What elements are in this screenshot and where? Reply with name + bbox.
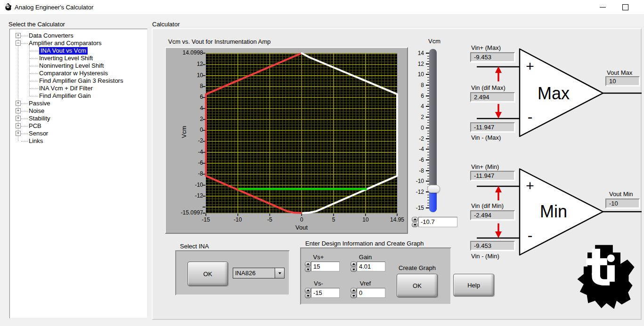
max-amp-plus-sign: + <box>523 58 537 74</box>
vref-input[interactable]: 0 <box>357 288 385 298</box>
tree-connector-stub <box>30 88 38 89</box>
select-ina-ok-button[interactable]: OK <box>187 262 228 286</box>
vin-dif-max-label: Vin (dif Max) <box>471 84 505 91</box>
vs-plus-spinner[interactable] <box>305 262 311 272</box>
expand-plus-icon[interactable]: + <box>16 101 21 106</box>
vcm-slider-thumb[interactable] <box>427 185 440 193</box>
tree-item-inverting-level-shift[interactable]: Inverting Level Shift <box>10 55 147 62</box>
tree-connector-stub <box>21 43 28 44</box>
spinner-up-icon[interactable] <box>305 262 311 267</box>
tree-item-links[interactable]: Links <box>10 137 147 145</box>
red-arrow-up-icon <box>495 186 502 200</box>
maximize-button[interactable] <box>615 0 636 14</box>
gain-input[interactable]: 4.01 <box>357 262 385 271</box>
create-graph-label: Create Graph <box>395 264 440 271</box>
tree-item-sensor[interactable]: +Sensor <box>10 130 147 137</box>
tree-item-label: INA Vout vs Vcm <box>39 47 88 55</box>
expand-plus-icon[interactable]: + <box>16 108 21 113</box>
tree-item-noninverting-level-shift[interactable]: Noninverting Level Shift <box>10 62 147 70</box>
tree-item-stability[interactable]: +Stability <box>10 115 147 122</box>
slider-tick-label: 12 <box>408 61 424 67</box>
spinner-down-icon[interactable] <box>305 294 311 299</box>
spinner-up-icon[interactable] <box>351 288 357 293</box>
red-arrow-down-icon <box>495 104 502 119</box>
x-tick-label: 10 <box>354 216 377 223</box>
app-window: { "window": { "title": "Analog Engineer'… <box>0 0 644 326</box>
vin-minus-min-field: -9.453 <box>470 241 515 251</box>
slider-major-tick <box>426 74 429 75</box>
vs-plus-label: Vs+ <box>309 254 328 261</box>
app-ti-icon <box>4 3 12 11</box>
min-amp-name: Min <box>528 202 579 222</box>
tree-item-noise[interactable]: +Noise <box>10 107 147 115</box>
vcm-value-input[interactable]: -10.7 <box>418 217 457 227</box>
help-button[interactable]: Help <box>453 274 494 296</box>
vin-dif-max-field: 2.494 <box>470 92 515 102</box>
spinner-down-icon[interactable] <box>412 223 418 228</box>
vin-dif-min-field: -2.494 <box>470 210 515 220</box>
tree-connector-stub <box>30 58 38 59</box>
y-tick-label: 8 <box>168 83 203 89</box>
tree-item-amplifier-and-comparators[interactable]: −Amplifier and Comparators <box>10 40 147 47</box>
vcm-slider-fill <box>429 191 437 212</box>
slider-tick-label: -6 <box>408 157 424 163</box>
tree-item-find-amplifier-gain[interactable]: Find Amplifier Gain <box>10 92 147 100</box>
expand-plus-icon[interactable]: + <box>16 131 21 136</box>
spinner-up-icon[interactable] <box>351 262 357 267</box>
titlebar: Analog Engineer's Calculator <box>0 0 644 14</box>
tree-item-find-amplifier-gain-3-resistors[interactable]: Find Amplifier Gain 3 Resistors <box>10 77 147 85</box>
max-amp-minus-sign: - <box>523 108 537 126</box>
tree-item-passive[interactable]: +Passive <box>10 100 147 107</box>
vs-plus-input[interactable]: 15 <box>311 262 340 271</box>
vin-dif-min-label: Vin (dif Min) <box>471 202 504 209</box>
tree-item-ina-vcm-dif-filter[interactable]: INA Vcm + Dif Filter <box>10 85 147 92</box>
tree-connector-stub <box>21 126 28 127</box>
vs-minus-input[interactable]: -15 <box>311 288 340 298</box>
x-tick-label: 14.95 <box>385 216 409 223</box>
calculator-tree-panel[interactable]: +Data Converters−Amplifier and Comparato… <box>9 29 147 318</box>
collapse-minus-icon[interactable]: − <box>16 40 21 46</box>
vs-minus-spinner[interactable] <box>305 288 311 298</box>
slider-major-tick <box>426 138 429 139</box>
minimize-button[interactable] <box>592 0 613 14</box>
tree-item-label: Inverting Level Shift <box>39 55 93 62</box>
expand-plus-icon[interactable]: + <box>16 33 21 38</box>
dropdown-arrow-icon[interactable] <box>275 268 284 278</box>
tree-item-data-converters[interactable]: +Data Converters <box>10 32 147 40</box>
vref-spinner[interactable] <box>351 288 357 298</box>
spinner-down-icon[interactable] <box>351 294 357 299</box>
ina-model-dropdown[interactable]: INA826 <box>233 268 285 278</box>
tree-connector-stub <box>21 141 28 142</box>
vcm-value-spinner[interactable] <box>412 217 418 227</box>
slider-major-tick <box>426 159 429 160</box>
vin-plus-max-field: -9.453 <box>470 52 515 62</box>
spinner-up-icon[interactable] <box>305 288 311 293</box>
tree-section-label: Select the Calculator <box>8 21 65 28</box>
x-tick-label: -10 <box>226 216 250 223</box>
vcm-slider-label: Vcm <box>424 38 445 45</box>
tree-item-comparator-w-hysteresis[interactable]: Comparator w Hysteresis <box>10 70 147 77</box>
window-title: Analog Engineer's Calculator <box>15 4 93 11</box>
create-graph-ok-button[interactable]: OK <box>397 274 438 297</box>
graph-title: Vcm vs. Vout for Instrumentation Amp <box>168 38 270 45</box>
spinner-up-icon[interactable] <box>412 217 418 222</box>
tree-item-pcb[interactable]: +PCB <box>10 122 147 130</box>
red-arrow-down-icon <box>495 223 502 238</box>
expand-plus-icon[interactable]: + <box>16 123 21 128</box>
y-tick-label: 6 <box>168 94 203 100</box>
slider-tick-label: -15 <box>408 205 424 211</box>
tree-item-label: Find Amplifier Gain <box>39 92 91 100</box>
tree-item-ina-vout-vs-vcm[interactable]: INA Vout vs Vcm <box>10 47 147 55</box>
slider-tick-label: 2 <box>408 114 424 120</box>
gain-label: Gain <box>352 254 378 261</box>
min-amp-plus-sign: + <box>523 178 537 194</box>
vin-minus-min-label: Vin - (Min) <box>471 253 499 260</box>
gain-spinner[interactable] <box>351 262 357 272</box>
ina-model-value: INA826 <box>233 268 275 278</box>
vs-minus-label: Vs- <box>309 280 328 287</box>
calculator-tree: +Data Converters−Amplifier and Comparato… <box>10 32 147 145</box>
vin-minus-max-label: Vin - (Max) <box>471 134 501 141</box>
spinner-down-icon[interactable] <box>351 267 357 272</box>
spinner-down-icon[interactable] <box>305 267 311 272</box>
expand-plus-icon[interactable]: + <box>16 116 21 121</box>
